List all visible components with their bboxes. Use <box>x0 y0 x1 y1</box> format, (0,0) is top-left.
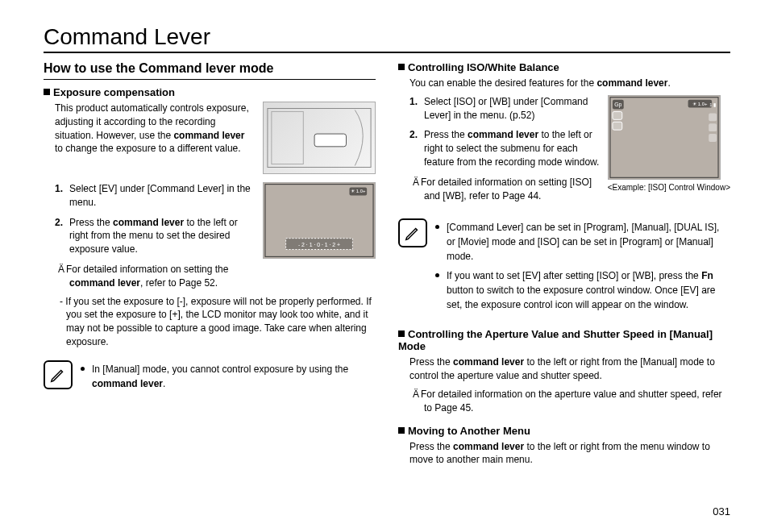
svg-text:☀ 1.0+: ☀ 1.0+ <box>351 189 366 193</box>
svg-text:Gp: Gp <box>614 101 621 107</box>
manual-page: Command Lever How to use the Command lev… <box>0 0 769 493</box>
exposure-steps: 1.Select [EV] under [Command Lever] in t… <box>44 182 255 256</box>
svg-rect-1 <box>314 134 346 147</box>
exposure-heading: Exposure compensation <box>44 86 376 98</box>
exposure-tip-list: In [Manual] mode, you cannot control exp… <box>81 360 376 396</box>
exposure-footnote: ÄFor detailed information on setting the… <box>44 263 255 290</box>
iso-tip-2: If you want to set [EV] after setting [I… <box>435 268 730 312</box>
iso-tip-1: [Command Lever] can be set in [Program],… <box>435 220 730 264</box>
two-column-layout: How to use the Command lever mode Exposu… <box>44 61 730 476</box>
iso-step-2: 2.Press the command lever to the left or… <box>409 128 600 168</box>
exposure-intro-row: This product automatically controls expo… <box>44 102 376 174</box>
svg-text:☀ 1.0+: ☀ 1.0+ <box>692 101 708 106</box>
square-bullet-icon <box>398 427 405 434</box>
iso-lcd-screenshot: Gp ☀ 1.0+ 1 ▮ <box>608 95 721 180</box>
svg-rect-16 <box>613 122 622 130</box>
square-bullet-icon <box>398 64 405 70</box>
pencil-note-icon <box>398 218 427 247</box>
iso-tip-list: [Command Lever] can be set in [Program],… <box>435 218 730 317</box>
iso-step-1: 1.Select [ISO] or [WB] under [Command Le… <box>409 95 600 123</box>
svg-rect-17 <box>709 113 717 121</box>
aperture-section: Controlling the Aperture Value and Shutt… <box>398 328 730 414</box>
left-column: How to use the Command lever mode Exposu… <box>44 61 376 476</box>
exposure-step-2: 2.Press the command lever to the left or… <box>55 216 255 256</box>
iso-wb-heading: Controlling ISO/White Balance <box>398 61 730 73</box>
exposure-tip-box: In [Manual] mode, you cannot control exp… <box>44 360 376 396</box>
section-title: How to use the Command lever mode <box>44 61 376 80</box>
exposure-tip-1: In [Manual] mode, you cannot control exp… <box>81 362 376 391</box>
pencil-note-icon <box>44 360 73 389</box>
iso-wb-row: 1.Select [ISO] or [WB] under [Command Le… <box>398 95 730 208</box>
exposure-steps-row: 1.Select [EV] under [Command Lever] in t… <box>44 182 376 295</box>
right-column: Controlling ISO/White Balance You can en… <box>398 61 730 476</box>
exposure-intro-text: This product automatically controls expo… <box>44 102 255 174</box>
iso-wb-section: Controlling ISO/White Balance You can en… <box>398 61 730 207</box>
svg-rect-15 <box>613 111 622 119</box>
square-bullet-icon <box>398 330 405 337</box>
exposure-step-1: 1.Select [EV] under [Command Lever] in t… <box>55 182 255 210</box>
svg-rect-2 <box>272 111 303 164</box>
svg-rect-18 <box>709 123 717 131</box>
camera-body-illustration <box>263 102 376 174</box>
svg-rect-9 <box>609 96 720 180</box>
iso-wb-intro: You can enable the desired features for … <box>398 77 730 90</box>
moving-heading: Moving to Another Menu <box>398 425 730 437</box>
iso-lcd-caption: <Example: [ISO] Control Window> <box>608 183 730 192</box>
ev-lcd-screenshot: - 2 · 1 · 0 · 1 · 2 + ☀ 1.0+ <box>263 182 376 259</box>
exposure-warning: - If you set the exposure to [-], exposu… <box>44 295 376 349</box>
iso-footnote: ÄFor detailed information on setting [IS… <box>398 176 600 203</box>
exposure-section: Exposure compensation This product autom… <box>44 86 376 396</box>
moving-section: Moving to Another Menu Press the command… <box>398 425 730 468</box>
aperture-footnote: ÄFor detailed information on the apertur… <box>398 388 730 415</box>
svg-text:- 2 · 1 · 0 · 1 · 2 +: - 2 · 1 · 0 · 1 · 2 + <box>298 242 340 247</box>
iso-lcd-wrap: Gp ☀ 1.0+ 1 ▮ <Example: [I <box>608 95 730 208</box>
aperture-heading: Controlling the Aperture Value and Shutt… <box>398 328 730 352</box>
svg-rect-19 <box>709 134 717 142</box>
page-number: 031 <box>713 505 730 517</box>
square-bullet-icon <box>44 89 50 95</box>
iso-wb-steps: 1.Select [ISO] or [WB] under [Command Le… <box>398 95 600 169</box>
iso-tip-box: [Command Lever] can be set in [Program],… <box>398 218 730 317</box>
moving-body: Press the command lever to the left or r… <box>398 440 730 468</box>
page-title: Command Lever <box>44 24 730 53</box>
aperture-body: Press the command lever to the left or r… <box>398 355 730 383</box>
svg-text:1 ▮: 1 ▮ <box>709 102 716 106</box>
